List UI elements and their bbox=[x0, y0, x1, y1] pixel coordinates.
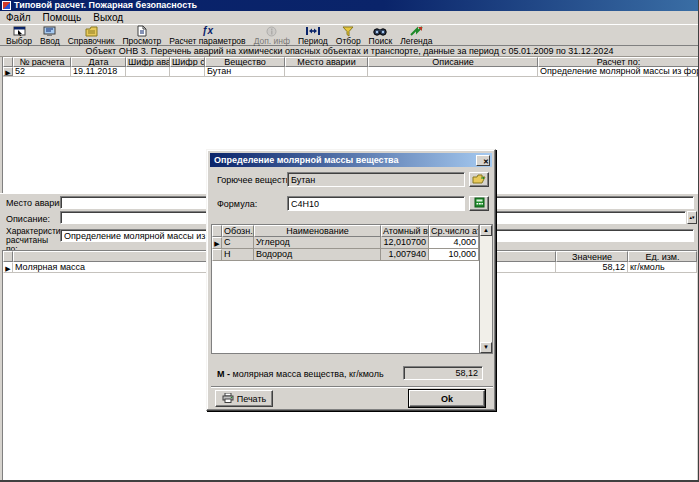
row-marker-icon: ▶ bbox=[5, 69, 10, 76]
column-header[interactable]: Описание bbox=[368, 57, 538, 67]
fuel-label: Горючее вещество: bbox=[217, 175, 298, 185]
elements-table: Обозн.[X] Наименование Атомный вес Ср.чи… bbox=[211, 224, 493, 354]
window-titlebar[interactable]: Типовой расчет. Пожарная безопасность bbox=[0, 0, 699, 11]
toolbar-button-extra-info: Доп. инф bbox=[250, 25, 294, 47]
dialog-titlebar[interactable]: Определение молярной массы вещества ✕ bbox=[210, 153, 492, 167]
column-header[interactable]: Шифр сценария bbox=[170, 57, 205, 67]
toolbar-label: Период bbox=[298, 37, 328, 46]
column-header[interactable]: Наименование bbox=[254, 225, 381, 237]
molar-mass-dialog: Определение молярной массы вещества ✕ Го… bbox=[206, 149, 496, 411]
column-header-value[interactable]: Значение bbox=[556, 251, 628, 262]
selector-header-cell bbox=[3, 251, 13, 262]
column-header[interactable]: Место аварии bbox=[285, 57, 368, 67]
cell-param-value: 58,12 bbox=[556, 262, 628, 273]
toolbar-label: Справочник bbox=[68, 37, 115, 46]
column-header[interactable]: Ср.число атомов bbox=[429, 225, 479, 237]
toolbar-button-search[interactable]: Поиск bbox=[365, 25, 397, 47]
menu-exit[interactable]: Выход bbox=[87, 11, 129, 24]
toolbar-button-preview[interactable]: Просмотр bbox=[118, 25, 165, 47]
close-icon: ✕ bbox=[483, 158, 489, 165]
toolbar-button-calc-params[interactable]: ƒx Расчет параметров bbox=[165, 25, 249, 47]
object-header: Объект ОНВ 3. Перечень аварий на химичес… bbox=[0, 46, 699, 57]
menu-help[interactable]: Помощь bbox=[37, 11, 88, 24]
scroll-down-icon: ▼ bbox=[483, 344, 489, 350]
calculate-formula-button[interactable] bbox=[469, 196, 489, 211]
description-label: Описание: bbox=[6, 214, 50, 224]
toolbar-button-select[interactable]: Выбор bbox=[2, 25, 36, 47]
separator bbox=[211, 386, 493, 388]
ok-button[interactable]: Ok bbox=[409, 390, 485, 407]
toolbar-button-period[interactable]: Период bbox=[294, 25, 332, 47]
cell-element-name: Водород bbox=[254, 249, 381, 261]
application-window: Типовой расчет. Пожарная безопасность Фа… bbox=[0, 0, 699, 482]
open-folder-icon bbox=[472, 172, 486, 187]
cell-element-name: Углерод bbox=[254, 237, 381, 249]
toolbar-button-legend[interactable]: Легенда bbox=[396, 25, 436, 47]
column-header[interactable]: Атомный вес bbox=[381, 225, 429, 237]
toolbar-label: Выбор bbox=[6, 37, 32, 46]
printer-icon bbox=[222, 393, 234, 405]
toolbar-label: Легенда bbox=[400, 37, 432, 46]
table-row[interactable]: ▶ 52 19.11.2018 Бутан Определение молярн… bbox=[3, 67, 699, 77]
mass-symbol: M - bbox=[217, 369, 230, 379]
cell-scenario-code bbox=[170, 67, 205, 76]
toolbar-label: Доп. инф bbox=[254, 37, 290, 46]
row-selector-cell bbox=[212, 249, 222, 261]
window-title: Типовой расчет. Пожарная безопасность bbox=[14, 0, 197, 10]
accidents-table-header: № расчета Дата Шифр аварии Шифр сценария… bbox=[3, 57, 699, 67]
formula-label: Формула: bbox=[217, 199, 257, 209]
column-header[interactable]: Дата bbox=[71, 57, 126, 67]
row-marker-icon: ▶ bbox=[5, 265, 10, 272]
table-row[interactable]: H Водород 1,007940 10,000 bbox=[212, 249, 479, 261]
row-selector-cell: ▶ bbox=[3, 262, 13, 273]
close-button[interactable]: ✕ bbox=[476, 155, 490, 166]
fuel-field[interactable] bbox=[287, 172, 465, 187]
column-header-unit[interactable]: Ед. изм. bbox=[628, 251, 697, 262]
browse-fuel-button[interactable] bbox=[469, 172, 489, 187]
expand-icon: ▴▾ bbox=[689, 214, 694, 220]
selector-header-cell bbox=[3, 57, 13, 67]
menu-file[interactable]: Файл bbox=[0, 11, 37, 24]
print-button-label: Печать bbox=[237, 394, 266, 404]
dialog-title: Определение молярной массы вещества bbox=[214, 155, 398, 165]
formula-field[interactable] bbox=[287, 196, 465, 211]
cell-symbol: H bbox=[222, 249, 254, 261]
cell-num: 52 bbox=[13, 67, 71, 76]
print-button[interactable]: Печать bbox=[215, 390, 273, 407]
column-header[interactable]: Обозн.[X] bbox=[222, 225, 254, 237]
toolbar-label: Поиск bbox=[369, 37, 393, 46]
cell-description bbox=[368, 67, 538, 76]
cell-substance: Бутан bbox=[205, 67, 285, 76]
cell-symbol: C bbox=[222, 237, 254, 249]
column-header[interactable]: Вещество bbox=[205, 57, 285, 67]
cell-param-unit: кг/кмоль bbox=[628, 262, 697, 273]
expand-button[interactable]: ▴▾ bbox=[687, 211, 697, 224]
column-header[interactable]: Расчет по: bbox=[538, 57, 699, 67]
cell-avg-atoms: 4,000 bbox=[429, 237, 479, 249]
toolbar-button-reference[interactable]: Справочник bbox=[64, 25, 119, 47]
toolbar-label: Ввод bbox=[40, 37, 60, 46]
toolbar: Выбор Ввод Справочник Просмотр ƒx Расчет… bbox=[0, 24, 699, 46]
cell-accident-code bbox=[126, 67, 170, 76]
mass-label: молярная масса вещества, кг/кмоль bbox=[233, 369, 384, 379]
column-header[interactable]: Шифр аварии bbox=[126, 57, 170, 67]
cell-atomic-weight: 1,007940 bbox=[381, 249, 429, 261]
scroll-up-button[interactable]: ▲ bbox=[480, 225, 492, 236]
table-row[interactable]: ▶ C Углерод 12,010700 4,000 bbox=[212, 237, 479, 249]
column-header[interactable]: № расчета bbox=[13, 57, 71, 67]
toolbar-button-input[interactable]: Ввод bbox=[36, 25, 64, 47]
cell-calc-by: Определение молярной массы из формулы ве… bbox=[538, 67, 699, 76]
app-icon bbox=[2, 1, 11, 10]
scroll-up-icon: ▲ bbox=[483, 227, 489, 233]
row-selector-cell: ▶ bbox=[212, 237, 222, 249]
place-label: Место аварии: bbox=[6, 198, 67, 208]
toolbar-label: Просмотр bbox=[122, 37, 161, 46]
toolbar-label: Расчет параметров bbox=[169, 37, 245, 46]
cell-avg-atoms: 10,000 bbox=[429, 249, 479, 261]
row-selector-cell: ▶ bbox=[3, 67, 13, 76]
cell-place bbox=[285, 67, 368, 76]
toolbar-button-filter[interactable]: Отбор bbox=[332, 25, 365, 47]
vertical-scrollbar[interactable]: ▲ ▼ bbox=[479, 225, 492, 353]
elements-table-header: Обозн.[X] Наименование Атомный вес Ср.чи… bbox=[212, 225, 479, 237]
scroll-down-button[interactable]: ▼ bbox=[480, 342, 492, 353]
